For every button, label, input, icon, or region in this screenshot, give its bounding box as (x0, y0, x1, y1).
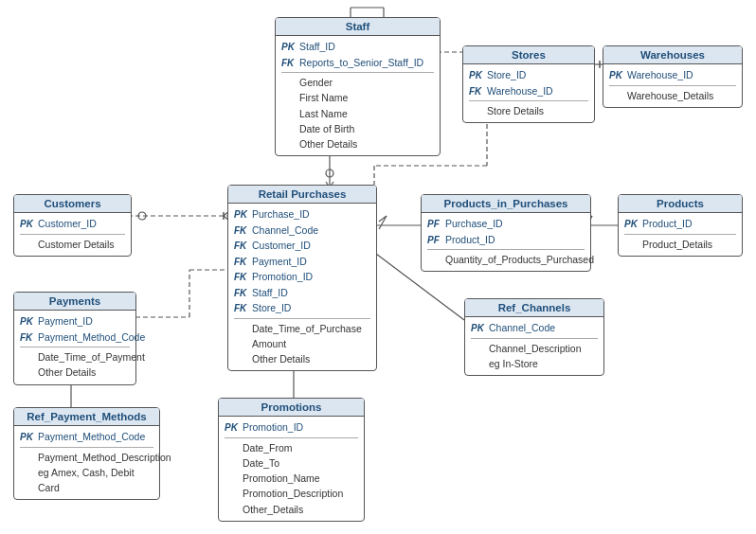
entity-stores: Stores PKStore_ID FKWarehouse_ID Store D… (462, 45, 595, 123)
entity-products-body: PKProduct_ID Product_Details (619, 213, 742, 256)
entity-retail-purchases-body: PKPurchase_ID FKChannel_Code FKCustomer_… (228, 204, 376, 370)
entity-payments-body: PKPayment_ID FKPayment_Method_Code Date_… (14, 311, 135, 384)
entity-payments-header: Payments (14, 293, 135, 311)
entity-staff-header: Staff (276, 18, 440, 36)
entity-promotions: Promotions PKPromotion_ID Date_From Date… (218, 398, 365, 522)
entity-staff-body: PKStaff_ID FKReports_to_Senior_Staff_ID … (276, 36, 440, 155)
entity-warehouses: Warehouses PKWarehouse_ID Warehouse_Deta… (603, 45, 743, 108)
entity-ref-payment-methods-body: PKPayment_Method_Code Payment_Method_Des… (14, 426, 159, 499)
entity-warehouses-body: PKWarehouse_ID Warehouse_Details (603, 64, 742, 107)
entity-products-in-purchases: Products_in_Purchases PFPurchase_ID PFPr… (421, 194, 591, 272)
entity-products-in-purchases-header: Products_in_Purchases (422, 195, 590, 213)
entity-ref-channels-body: PKChannel_Code Channel_Description eg In… (465, 317, 603, 375)
entity-ref-payment-methods-header: Ref_Payment_Methods (14, 408, 159, 426)
svg-line-25 (379, 216, 387, 229)
entity-payments: Payments PKPayment_ID FKPayment_Method_C… (13, 292, 136, 385)
entity-stores-body: PKStore_ID FKWarehouse_ID Store Details (463, 64, 594, 122)
entity-ref-channels: Ref_Channels PKChannel_Code Channel_Desc… (464, 298, 604, 376)
entity-customers: Customers PKCustomer_ID Customer Details (13, 194, 132, 257)
entity-customers-header: Customers (14, 195, 131, 213)
entity-products: Products PKProduct_ID Product_Details (618, 194, 743, 257)
entity-ref-channels-header: Ref_Channels (465, 299, 603, 317)
svg-line-24 (379, 216, 387, 222)
entity-products-header: Products (619, 195, 742, 213)
entity-warehouses-header: Warehouses (603, 46, 742, 64)
entity-ref-payment-methods: Ref_Payment_Methods PKPayment_Method_Cod… (13, 407, 160, 500)
entity-promotions-header: Promotions (219, 399, 364, 417)
entity-retail-purchases-header: Retail Purchases (228, 186, 376, 204)
erd-diagram: Staff PKStaff_ID FKReports_to_Senior_Sta… (0, 0, 756, 534)
entity-retail-purchases: Retail Purchases PKPurchase_ID FKChannel… (227, 185, 377, 371)
entity-stores-header: Stores (463, 46, 594, 64)
svg-point-23 (138, 212, 146, 220)
svg-point-32 (326, 169, 333, 177)
entity-products-in-purchases-body: PFPurchase_ID PFProduct_ID Quantity_of_P… (422, 213, 590, 271)
entity-customers-body: PKCustomer_ID Customer Details (14, 213, 131, 256)
entity-staff: Staff PKStaff_ID FKReports_to_Senior_Sta… (275, 17, 441, 156)
entity-promotions-body: PKPromotion_ID Date_From Date_To Promoti… (219, 417, 364, 521)
